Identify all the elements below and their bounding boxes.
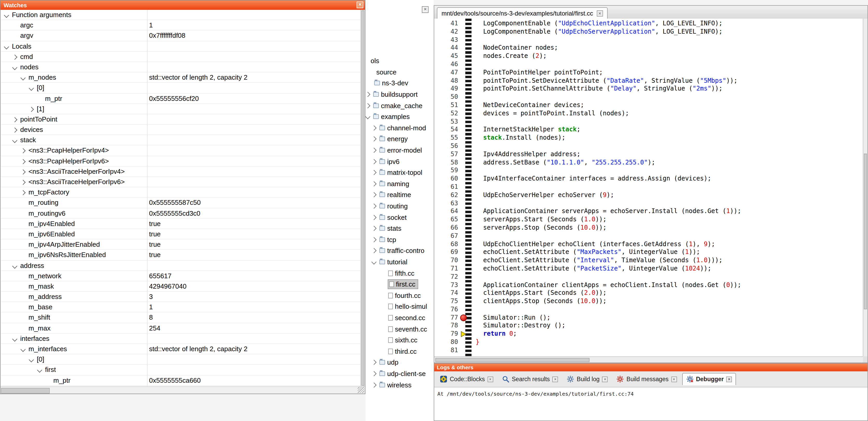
expander-collapsed-icon[interactable] xyxy=(21,159,26,164)
watch-row-1[interactable]: [1] xyxy=(1,104,360,114)
watch-row-devices[interactable]: devices xyxy=(1,125,360,135)
line-number[interactable]: 56 xyxy=(434,142,460,151)
tree-item-fifth-cc[interactable]: fifth.cc xyxy=(365,268,434,279)
expander-collapsed-icon[interactable] xyxy=(371,203,376,209)
expander-collapsed-icon[interactable] xyxy=(365,103,370,108)
close-icon[interactable]: × xyxy=(597,10,603,17)
code-line-74[interactable]: 74 clientApps.Start (Seconds (2.0)); xyxy=(434,289,863,298)
code-line-42[interactable]: 42 LogComponentEnable ("UdpEchoServerApp… xyxy=(434,28,863,36)
code-line-47[interactable]: 47 PointToPointHelper pointToPoint; xyxy=(434,69,863,77)
tree-item-channel-mod[interactable]: channel-mod xyxy=(365,122,434,133)
tree-item-source[interactable]: source xyxy=(365,66,434,77)
logs-tab-debugger[interactable]: Debugger× xyxy=(682,373,736,385)
line-number[interactable]: 81 xyxy=(434,347,460,355)
watch-row-0[interactable]: [0] xyxy=(1,83,360,93)
line-number[interactable]: 44 xyxy=(434,44,460,53)
code-line-73[interactable]: 73 ApplicationContainer clientApps = ech… xyxy=(434,281,863,289)
code-line-48[interactable]: 48 pointToPoint.SetDeviceAttribute ("Dat… xyxy=(434,77,863,85)
code-line-69[interactable]: 69 echoClient.SetAttribute ("MaxPackets"… xyxy=(434,249,863,257)
watch-row-argv[interactable]: argv0x7fffffffdf08 xyxy=(1,31,360,41)
line-number[interactable]: 69 xyxy=(434,249,460,257)
expander-collapsed-icon[interactable] xyxy=(371,170,376,175)
code-line-67[interactable]: 67 xyxy=(434,232,863,240)
watch-row-m-routing[interactable]: m_routing0x555555587c50 xyxy=(1,198,360,208)
line-number[interactable]: 77 xyxy=(434,314,460,322)
code-line-76[interactable]: 76 xyxy=(434,306,863,314)
line-number[interactable]: 63 xyxy=(434,199,460,208)
watches-titlebar[interactable]: Watches × xyxy=(1,1,365,10)
watch-row-interfaces[interactable]: interfaces xyxy=(1,333,360,344)
tree-item-first-cc[interactable]: first.cc xyxy=(365,279,434,290)
tree-item-hello-simul[interactable]: hello-simul xyxy=(365,301,434,312)
line-number[interactable]: 65 xyxy=(434,216,460,224)
logs-titlebar[interactable]: Logs & others xyxy=(434,364,867,371)
line-number[interactable]: 75 xyxy=(434,297,460,306)
code-line-78[interactable]: 78 Simulator::Destroy (); xyxy=(434,322,863,330)
tree-item-second-cc[interactable]: second.cc xyxy=(365,312,434,323)
expander-expanded-icon[interactable] xyxy=(12,65,17,70)
close-icon[interactable]: × xyxy=(726,376,732,382)
tree-item-fourth-cc[interactable]: fourth.cc xyxy=(365,290,434,301)
code-line-45[interactable]: 45 nodes.Create (2); xyxy=(434,52,863,61)
scrollbar-thumb[interactable] xyxy=(361,10,364,386)
code-line-46[interactable]: 46 xyxy=(434,61,863,69)
watch-row-cmd[interactable]: cmd xyxy=(1,52,360,62)
watch-row-address[interactable]: address xyxy=(1,260,360,271)
line-number[interactable]: 55 xyxy=(434,134,460,142)
expander-collapsed-icon[interactable] xyxy=(21,169,26,174)
close-icon[interactable]: × xyxy=(356,2,363,8)
tree-item-realtime[interactable]: realtime xyxy=(365,189,434,200)
code-line-44[interactable]: 44 NodeContainer nodes; xyxy=(434,44,863,53)
code-line-52[interactable]: 52 devices = pointToPoint.Install (nodes… xyxy=(434,110,863,118)
code-line-51[interactable]: 51 NetDeviceContainer devices; xyxy=(434,101,863,110)
line-number[interactable]: 79 xyxy=(434,330,460,338)
line-number[interactable]: 76 xyxy=(434,306,460,314)
tree-item-third-cc[interactable]: third.cc xyxy=(365,346,434,357)
resize-grip[interactable] xyxy=(358,387,364,393)
expander-expanded-icon[interactable] xyxy=(21,75,26,80)
expander-expanded-icon[interactable] xyxy=(4,13,9,18)
code-line-70[interactable]: 70 echoClient.SetAttribute ("Interval", … xyxy=(434,257,863,265)
expander-collapsed-icon[interactable] xyxy=(12,117,17,122)
watch-row-ns3-asciitracehelperforipv6[interactable]: <ns3::AsciiTraceHelperForIpv6> xyxy=(1,177,360,187)
tree-item-udp-client-se[interactable]: udp-client-se xyxy=(365,368,434,379)
tree-item-udp[interactable]: udp xyxy=(365,357,434,368)
expander-expanded-icon[interactable] xyxy=(371,259,376,264)
code-line-61[interactable]: 61 xyxy=(434,183,863,191)
logs-tab-build-messages[interactable]: Build messages× xyxy=(613,374,680,385)
tree-item-cmake-cache[interactable]: cmake_cache xyxy=(365,100,434,111)
expander-collapsed-icon[interactable] xyxy=(371,360,376,365)
line-number[interactable]: 54 xyxy=(434,126,460,134)
tree-item-stats[interactable]: stats xyxy=(365,223,434,234)
scrollbar-thumb[interactable] xyxy=(1,388,50,394)
line-number[interactable]: 64 xyxy=(434,208,460,216)
tree-item-routing[interactable]: routing xyxy=(365,200,434,212)
tree-item-ols[interactable]: ols xyxy=(365,55,434,66)
expander-collapsed-icon[interactable] xyxy=(12,55,17,60)
line-number[interactable]: 53 xyxy=(434,118,460,126)
watch-row-m-shift[interactable]: m_shift8 xyxy=(1,313,360,323)
tree-item-ns-3-dev[interactable]: ns-3-dev xyxy=(365,77,434,89)
watch-row-m-ptr[interactable]: m_ptr0x55555556cf20 xyxy=(1,93,360,104)
line-number[interactable]: 47 xyxy=(434,69,460,77)
tree-item-naming[interactable]: naming xyxy=(365,178,434,189)
watch-row-m-tcpfactory[interactable]: m_tcpFactory xyxy=(1,187,360,198)
line-number[interactable]: 49 xyxy=(434,85,460,93)
line-number[interactable]: 66 xyxy=(434,224,460,232)
expander-collapsed-icon[interactable] xyxy=(371,248,376,253)
expander-collapsed-icon[interactable] xyxy=(371,148,376,153)
expander-collapsed-icon[interactable] xyxy=(21,180,26,185)
expander-expanded-icon[interactable] xyxy=(37,368,42,373)
tree-item-seventh-cc[interactable]: seventh.cc xyxy=(365,324,434,335)
code-line-57[interactable]: 57 Ipv4AddressHelper address; xyxy=(434,151,863,159)
watch-row-argc[interactable]: argc1 xyxy=(1,20,360,31)
expander-collapsed-icon[interactable] xyxy=(371,215,376,220)
tree-item-traffic-contro[interactable]: traffic-contro xyxy=(365,245,434,256)
watch-row-m-ipv4arpjitterenabled[interactable]: m_ipv4ArpJitterEnabledtrue xyxy=(1,239,360,250)
scrollbar-thumb[interactable] xyxy=(435,358,590,362)
expander-collapsed-icon[interactable] xyxy=(371,192,376,198)
line-number[interactable]: 72 xyxy=(434,273,460,281)
line-number[interactable]: 61 xyxy=(434,183,460,191)
tree-item-matrix-topol[interactable]: matrix-topol xyxy=(365,167,434,178)
tree-selection[interactable]: first.cc xyxy=(388,280,417,289)
